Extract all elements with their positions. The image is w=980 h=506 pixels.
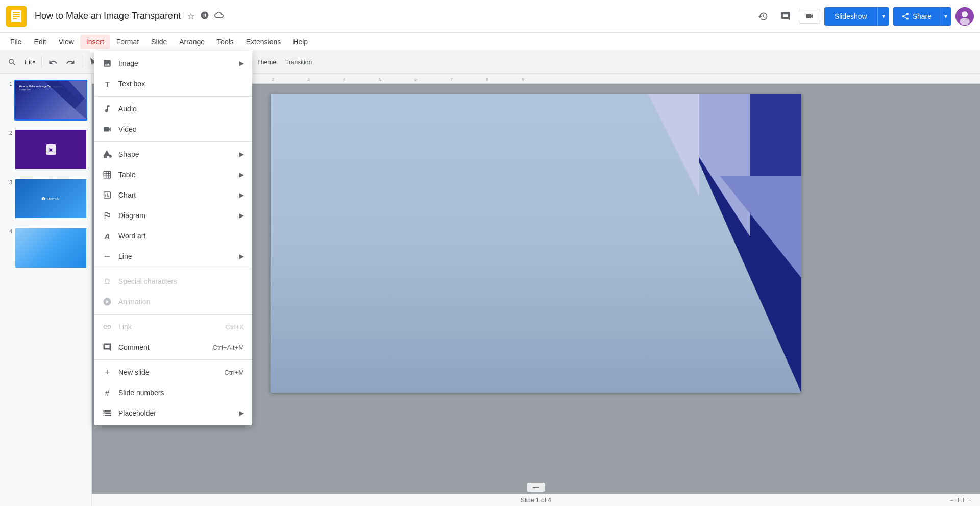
link-shortcut: Ctrl+K	[226, 323, 244, 331]
zoom-level: Fit	[958, 497, 964, 504]
insert-menu-placeholder[interactable]: Placeholder ▶	[94, 403, 252, 423]
zoom-in-button[interactable]: +	[968, 497, 972, 504]
divider-3	[94, 269, 252, 269]
history-button[interactable]	[754, 7, 772, 26]
toolbar-transition[interactable]: Transition	[281, 54, 316, 70]
svg-point-7	[962, 11, 968, 17]
slide-num-3: 3	[4, 178, 12, 185]
slide-numbers-icon: #	[102, 388, 112, 398]
svg-point-8	[960, 18, 970, 25]
svg-text:5: 5	[379, 77, 381, 82]
comment-icon	[102, 342, 112, 352]
menu-item-file[interactable]: File	[4, 35, 28, 49]
diagram-label: Diagram	[118, 211, 239, 220]
avatar[interactable]	[955, 7, 974, 26]
insert-menu-chart[interactable]: Chart ▶	[94, 185, 252, 205]
drive-icon[interactable]	[198, 9, 211, 24]
slide-preview-3: 🅢 SlidesAI	[14, 178, 87, 219]
svg-text:8: 8	[486, 77, 488, 82]
doc-title: How to Make an Image Transparent	[35, 11, 181, 21]
insert-menu-table[interactable]: Table ▶	[94, 164, 252, 185]
text-box-label: Text box	[118, 80, 244, 88]
insert-menu-shape[interactable]: Shape ▶	[94, 144, 252, 164]
share-button[interactable]: Share	[893, 7, 940, 26]
insert-menu-line[interactable]: Line ▶	[94, 246, 252, 267]
image-label: Image	[118, 59, 239, 67]
svg-text:6: 6	[414, 77, 417, 82]
zoom-chevron: ▾	[33, 59, 35, 65]
animation-label: Animation	[118, 298, 244, 306]
menu-item-tools[interactable]: Tools	[211, 35, 240, 49]
page-indicator: ―	[527, 483, 545, 492]
slide-num-1: 1	[4, 80, 12, 87]
insert-menu-video[interactable]: Video	[94, 119, 252, 139]
slide-preview-1: How to Make an Image Transparent in Goog…	[14, 80, 87, 121]
new-slide-shortcut: Ctrl+M	[224, 369, 244, 376]
slide-thumb-1[interactable]: 1 How to Make an Image Transparent in Go…	[2, 78, 89, 123]
shape-arrow: ▶	[239, 151, 244, 158]
menu-item-view[interactable]: View	[53, 35, 80, 49]
svg-rect-4	[13, 16, 20, 17]
svg-rect-5	[13, 18, 17, 19]
menu-bar: File Edit View Insert Format Slide Arran…	[0, 33, 980, 51]
toolbar-redo[interactable]	[62, 54, 79, 70]
menu-item-extensions[interactable]: Extensions	[240, 35, 287, 49]
slide-thumb-2[interactable]: 2 ▣	[2, 127, 89, 172]
insert-menu-comment[interactable]: Comment Ctrl+Alt+M	[94, 337, 252, 357]
slide-thumb-3[interactable]: 3 🅢 SlidesAI	[2, 176, 89, 221]
toolbar-zoom-fit[interactable]: Fit ▾	[21, 54, 38, 70]
diagram-icon	[102, 210, 112, 221]
insert-menu-audio[interactable]: Audio	[94, 99, 252, 119]
slide-num-2: 2	[4, 129, 12, 136]
insert-menu-link: Link Ctrl+K	[94, 317, 252, 337]
insert-menu-special-characters[interactable]: Ω Special characters	[94, 271, 252, 292]
slide-thumb-4[interactable]: 4	[2, 225, 89, 270]
menu-item-format[interactable]: Format	[110, 35, 145, 49]
new-slide-label: New slide	[118, 368, 224, 376]
table-icon	[102, 170, 112, 180]
insert-menu-new-slide[interactable]: + New slide Ctrl+M	[94, 362, 252, 382]
menu-item-edit[interactable]: Edit	[28, 35, 53, 49]
menu-item-arrange[interactable]: Arrange	[173, 35, 211, 49]
svg-rect-2	[13, 12, 20, 13]
shape-label: Shape	[118, 150, 239, 158]
toolbar-theme[interactable]: Theme	[253, 54, 280, 70]
placeholder-icon	[102, 408, 112, 418]
svg-text:2: 2	[272, 77, 274, 82]
insert-menu-text-box[interactable]: T Text box	[94, 74, 252, 94]
line-arrow: ▶	[239, 253, 244, 260]
meet-button[interactable]	[799, 9, 820, 24]
word-art-label: Word art	[118, 232, 244, 240]
placeholder-arrow: ▶	[239, 409, 244, 417]
slide-canvas[interactable]	[271, 94, 801, 393]
svg-text:7: 7	[450, 77, 453, 82]
star-icon[interactable]: ☆	[185, 9, 197, 24]
svg-text:4: 4	[343, 77, 346, 82]
insert-menu-animation[interactable]: Animation	[94, 292, 252, 312]
slideshow-button[interactable]: Slideshow	[824, 7, 877, 26]
menu-item-insert[interactable]: Insert	[80, 35, 110, 49]
toolbar-search[interactable]	[4, 54, 20, 70]
insert-menu-diagram[interactable]: Diagram ▶	[94, 205, 252, 226]
menu-item-slide[interactable]: Slide	[145, 35, 173, 49]
slideshow-container: Slideshow ▾	[824, 7, 889, 26]
line-label: Line	[118, 252, 239, 260]
placeholder-label: Placeholder	[118, 409, 239, 417]
svg-rect-3	[13, 14, 20, 15]
comment-button[interactable]	[776, 7, 795, 26]
slideshow-dropdown-button[interactable]: ▾	[877, 7, 889, 26]
table-arrow: ▶	[239, 171, 244, 178]
zoom-out-button[interactable]: −	[950, 497, 953, 504]
table-label: Table	[118, 171, 239, 179]
insert-menu-slide-numbers[interactable]: # Slide numbers	[94, 382, 252, 403]
slide-panel: 1 How to Make an Image Transparent in Go…	[0, 74, 92, 506]
insert-menu-word-art[interactable]: A Word art	[94, 226, 252, 246]
word-art-icon: A	[102, 231, 112, 241]
cloud-icon[interactable]	[212, 8, 226, 24]
insert-menu-image[interactable]: Image ▶	[94, 53, 252, 74]
audio-label: Audio	[118, 105, 244, 113]
toolbar-undo[interactable]	[45, 54, 61, 70]
share-label: Share	[913, 12, 932, 20]
menu-item-help[interactable]: Help	[287, 35, 314, 49]
share-dropdown-button[interactable]: ▾	[940, 7, 951, 26]
